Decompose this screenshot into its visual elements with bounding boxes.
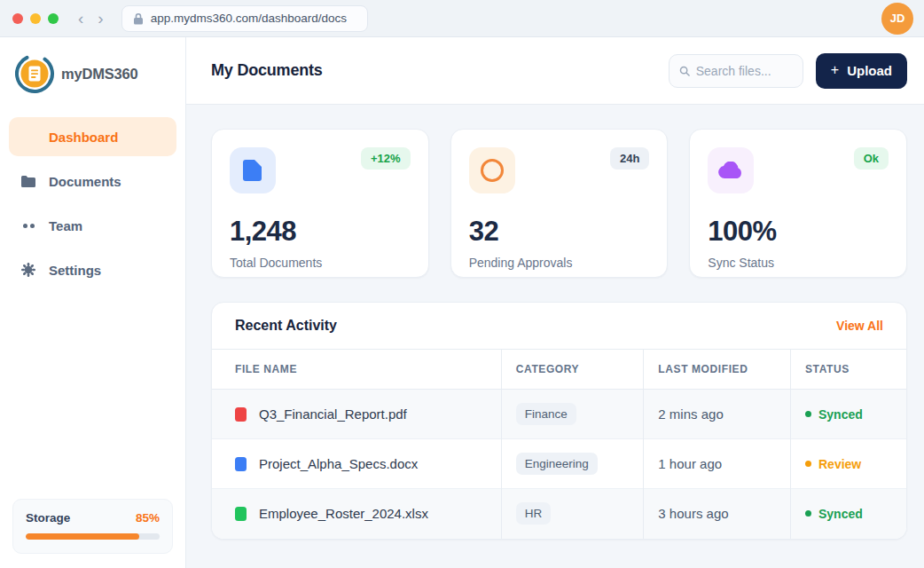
plus-icon: + <box>831 62 839 78</box>
sidebar-item-label: Settings <box>49 263 101 278</box>
sidebar-item-dashboard[interactable]: Dashboard <box>9 117 176 156</box>
sidebar-item-label: Team <box>49 218 82 233</box>
screen: ‹ › app.mydms360.com/dashboard/docs JD <box>0 0 924 568</box>
status-dot-icon <box>805 461 811 467</box>
logo-icon <box>14 53 55 94</box>
main-area: My Documents + Upload <box>186 37 924 568</box>
search-icon <box>679 65 690 77</box>
recent-activity-title: Recent Activity <box>235 318 337 334</box>
status-dot-icon <box>805 510 811 517</box>
status-text: Review <box>818 457 861 471</box>
last-modified: 3 hours ago <box>658 506 728 521</box>
address-bar[interactable]: app.mydms360.com/dashboard/docs <box>121 5 368 32</box>
storage-label: Storage <box>26 511 70 525</box>
stat-cards: +12% 1,248 Total Documents 24h 32 <box>211 129 907 278</box>
activity-table: FILE NAME CATEGORY LAST MODIFIED STATUS <box>212 349 906 539</box>
sidebar-item-team[interactable]: Team <box>9 206 176 245</box>
docx-file-icon <box>235 457 247 471</box>
status-text: Synced <box>818 407 863 422</box>
browser-bar: ‹ › app.mydms360.com/dashboard/docs JD <box>0 0 924 37</box>
lock-icon <box>133 12 144 25</box>
document-icon-tile <box>230 147 276 193</box>
upload-button[interactable]: + Upload <box>816 53 907 89</box>
last-modified: 1 hour ago <box>658 456 722 471</box>
storage-widget: Storage 85% <box>12 499 173 554</box>
table-row[interactable]: Q3_Financial_Report.pdf Finance 2 mins a… <box>212 390 906 439</box>
category-badge: Finance <box>516 403 576 425</box>
status-badge: Review <box>805 457 892 471</box>
sidebar-nav: Dashboard Documents Team <box>0 117 185 289</box>
sidebar-item-label: Documents <box>49 174 121 189</box>
browser-back-button[interactable]: ‹ <box>78 10 83 27</box>
team-users-icon <box>20 224 36 228</box>
maximize-window-button[interactable] <box>48 13 59 24</box>
folder-icon <box>20 175 36 188</box>
status-text: Synced <box>818 507 863 521</box>
sidebar-item-settings[interactable]: Settings <box>9 250 176 289</box>
stat-label: Sync Status <box>708 256 889 270</box>
stat-card-total-documents: +12% 1,248 Total Documents <box>211 129 429 278</box>
ring-icon <box>481 159 504 182</box>
sidebar-item-documents[interactable]: Documents <box>9 162 176 201</box>
status-badge: Synced <box>805 507 892 521</box>
app-logo: myDMS360 <box>0 37 185 117</box>
category-badge: Engineering <box>516 453 598 475</box>
logo-text: myDMS360 <box>61 66 137 83</box>
stat-value: 32 <box>469 216 650 248</box>
view-all-link[interactable]: View All <box>836 319 883 333</box>
category-badge: HR <box>516 502 552 525</box>
table-row[interactable]: Project_Alpha_Specs.docx Engineering 1 h… <box>212 439 906 489</box>
file-name: Q3_Financial_Report.pdf <box>259 406 407 422</box>
last-modified: 2 mins ago <box>658 406 723 422</box>
storage-progress-fill <box>26 533 139 540</box>
file-name: Project_Alpha_Specs.docx <box>259 456 418 471</box>
stat-card-sync-status: Ok 100% Sync Status <box>689 129 907 278</box>
dashboard-content: +12% 1,248 Total Documents 24h 32 <box>186 105 924 568</box>
close-window-button[interactable] <box>12 13 23 24</box>
stat-label: Total Documents <box>230 256 411 270</box>
column-header-status: STATUS <box>790 350 906 390</box>
cloud-icon-tile <box>708 147 754 193</box>
stat-badge: 24h <box>610 147 649 170</box>
storage-percent: 85% <box>136 511 160 525</box>
window-controls <box>12 13 59 24</box>
cloud-icon <box>717 162 744 179</box>
user-avatar[interactable]: JD <box>881 3 913 35</box>
file-name: Employee_Roster_2024.xlsx <box>259 506 428 521</box>
minimize-window-button[interactable] <box>30 13 41 24</box>
stat-card-pending-approvals: 24h 32 Pending Approvals <box>450 129 669 278</box>
browser-forward-button[interactable]: › <box>98 10 103 27</box>
pending-ring-icon-tile <box>469 147 515 193</box>
page-header: My Documents + Upload <box>186 37 924 105</box>
pdf-file-icon <box>235 407 247 422</box>
table-row[interactable]: Employee_Roster_2024.xlsx HR 3 hours ago… <box>212 489 906 539</box>
sidebar: myDMS360 Dashboard Documents Team <box>0 37 186 568</box>
url-text: app.mydms360.com/dashboard/docs <box>151 12 347 25</box>
column-header-file-name: FILE NAME <box>212 350 501 390</box>
recent-activity-card: Recent Activity View All FILE NAME CATEG… <box>211 302 907 540</box>
stat-label: Pending Approvals <box>469 256 650 270</box>
stat-value: 100% <box>708 216 889 248</box>
sidebar-item-label: Dashboard <box>49 130 118 145</box>
upload-button-label: Upload <box>847 63 892 78</box>
status-dot-icon <box>805 411 811 417</box>
search-box <box>669 54 803 88</box>
stat-value: 1,248 <box>230 216 411 248</box>
column-header-last-modified: LAST MODIFIED <box>644 350 791 390</box>
column-header-category: CATEGORY <box>501 350 644 390</box>
storage-progress-bar <box>26 533 160 540</box>
stat-badge: Ok <box>854 147 889 170</box>
xlsx-file-icon <box>235 507 247 521</box>
status-badge: Synced <box>805 407 892 422</box>
gear-icon <box>20 263 36 277</box>
search-input[interactable] <box>696 64 793 78</box>
page-title: My Documents <box>211 61 323 80</box>
document-icon <box>243 159 262 182</box>
stat-badge: +12% <box>361 147 411 170</box>
table-header-row: FILE NAME CATEGORY LAST MODIFIED STATUS <box>212 350 906 390</box>
